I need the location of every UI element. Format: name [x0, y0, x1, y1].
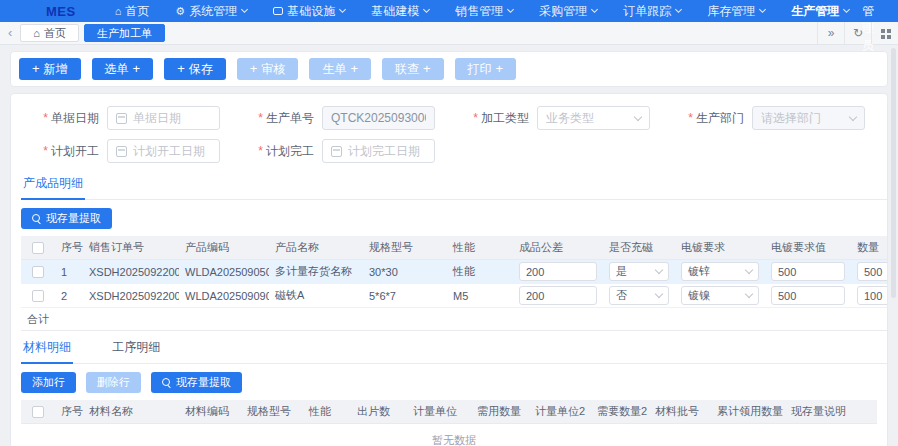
materials-grid: 序号 材料名称 材料编码 规格型号 性能 出片数 计量单位 需用数量 计量单位2…: [21, 400, 887, 446]
print-button[interactable]: 打印+: [455, 58, 517, 80]
chevron-down-icon: [634, 112, 642, 120]
qty-input[interactable]: [857, 262, 887, 281]
field-department: 生产部门 请选择部门: [666, 106, 881, 130]
audit-button[interactable]: +审核: [237, 58, 299, 80]
magnetize-select[interactable]: 否: [609, 286, 669, 305]
plating-value-input[interactable]: [771, 262, 845, 281]
materials-section-tabs: 材料明细 工序明细: [21, 336, 887, 364]
bill-date-label: 单据日期: [21, 110, 99, 127]
department-label: 生产部门: [666, 110, 744, 127]
plus-icon: +: [496, 62, 504, 75]
layout-grid-icon[interactable]: [871, 22, 898, 44]
nav-item-production[interactable]: 生产管理: [791, 3, 849, 20]
page-content: +新增 选单+ +保存 +审核 生单+ 联查+ 打印+ 单据日期 单据日期 生产…: [0, 45, 898, 446]
total-label: 合计: [21, 308, 83, 331]
products-section-header: 产成品明细: [21, 172, 887, 200]
gear-icon: ⚙: [175, 6, 185, 17]
tab-process-detail[interactable]: 工序明细: [110, 336, 162, 362]
linked-query-button[interactable]: 联查+: [382, 58, 444, 80]
chevron-down-icon: [423, 6, 430, 13]
nav-item-inventory[interactable]: 库存管理: [707, 3, 765, 20]
select-all-checkbox[interactable]: [32, 406, 44, 418]
tab-home[interactable]: ⌂ 首页: [20, 24, 79, 42]
process-type-select[interactable]: 业务类型: [537, 106, 650, 130]
materials-extract-stock-button[interactable]: 现存量提取: [151, 372, 242, 393]
row-checkbox[interactable]: [32, 266, 44, 278]
product-row-1[interactable]: 1 XSDH2025092200286 WLDA2025090500019 多计…: [21, 260, 887, 284]
empty-state: 暂无数据: [21, 424, 887, 446]
process-type-label: 加工类型: [451, 110, 529, 127]
plan-end-input[interactable]: 计划完工日期: [322, 139, 435, 163]
order-no-label: 生产单号: [236, 110, 314, 127]
chevron-down-icon: [849, 112, 857, 120]
top-navbar: MES ⌂ 首页 ⚙ 系统管理 基础设施 基础建模 销售管理 采购管理 订单跟踪…: [0, 0, 898, 22]
field-order-no: 生产单号 QTCK2025093000002: [236, 106, 451, 130]
nav-item-modeling[interactable]: 基础建模: [371, 3, 429, 20]
expand-tabs-icon[interactable]: »: [817, 22, 844, 44]
nav-item-system[interactable]: ⚙ 系统管理: [175, 3, 247, 20]
plan-start-input[interactable]: 计划开工日期: [107, 139, 220, 163]
plating-select[interactable]: 镀镍: [681, 286, 759, 305]
row-checkbox[interactable]: [32, 290, 44, 302]
add-button[interactable]: +新增: [19, 58, 81, 80]
plus-icon: +: [423, 62, 431, 75]
refresh-icon[interactable]: ↻: [844, 22, 871, 44]
select-order-button[interactable]: 选单+: [92, 58, 154, 80]
plating-value-input[interactable]: [771, 286, 845, 305]
generate-order-button[interactable]: 生单+: [309, 58, 371, 80]
materials-toolbar: 添加行 删除行 现存量提取: [21, 372, 887, 393]
plus-icon: +: [133, 62, 141, 75]
products-toolbar: 现存量提取: [21, 208, 887, 229]
home-icon: ⌂: [33, 27, 40, 39]
products-section-title: 产成品明细: [21, 172, 85, 200]
tab-production-order[interactable]: 生产加工单: [84, 24, 165, 42]
chevron-down-icon: [507, 6, 514, 13]
tolerance-input[interactable]: [519, 262, 597, 281]
delete-row-button[interactable]: 删除行: [86, 372, 141, 393]
chevron-down-icon: [241, 6, 248, 13]
nav-item-order-tracking[interactable]: 订单跟踪: [623, 3, 681, 20]
nav-item-purchase[interactable]: 采购管理: [539, 3, 597, 20]
search-icon: [32, 214, 42, 224]
bill-date-input[interactable]: 单据日期: [107, 106, 220, 130]
tab-material-detail[interactable]: 材料明细: [21, 336, 73, 364]
products-header-row: 序号 销售订单号 产品编码 产品名称 规格型号 性能 成品公差 是否充磁 电镀要…: [21, 236, 887, 260]
select-all-checkbox[interactable]: [32, 242, 44, 254]
form-row-2: 计划开工 计划开工日期 计划完工 计划完工日期: [21, 139, 881, 163]
plan-start-label: 计划开工: [21, 143, 99, 160]
products-extract-stock-button[interactable]: 现存量提取: [21, 208, 112, 229]
order-form-panel: 单据日期 单据日期 生产单号 QTCK2025093000002 加工类型 业务…: [10, 93, 888, 446]
back-chevron-icon[interactable]: ‹: [8, 25, 12, 40]
tolerance-input[interactable]: [519, 286, 597, 305]
plan-end-label: 计划完工: [236, 143, 314, 160]
chevron-down-icon: [843, 6, 850, 13]
chat-icon: [273, 7, 283, 15]
plus-icon: +: [177, 62, 185, 75]
magnetize-select[interactable]: 是: [609, 262, 669, 281]
nav-item-sales[interactable]: 销售管理: [455, 3, 513, 20]
plus-icon: +: [32, 62, 40, 75]
chevron-down-icon: [759, 6, 766, 13]
chevron-down-icon: [655, 290, 663, 298]
products-grid: 序号 销售订单号 产品编码 产品名称 规格型号 性能 成品公差 是否充磁 电镀要…: [21, 236, 887, 331]
nav-item-home[interactable]: ⌂ 首页: [115, 3, 150, 20]
plus-icon: +: [250, 62, 258, 75]
department-select[interactable]: 请选择部门: [752, 106, 865, 130]
save-button[interactable]: +保存: [164, 58, 226, 80]
materials-header-row: 序号 材料名称 材料编码 规格型号 性能 出片数 计量单位 需用数量 计量单位2…: [21, 400, 877, 424]
order-no-input: QTCK2025093000002: [322, 106, 435, 130]
chevron-down-icon: [745, 290, 753, 298]
app-logo: MES: [46, 4, 76, 19]
chevron-down-icon: [675, 6, 682, 13]
field-plan-end: 计划完工 计划完工日期: [236, 139, 451, 163]
nav-item-infrastructure[interactable]: 基础设施: [273, 3, 345, 20]
add-row-button[interactable]: 添加行: [21, 372, 76, 393]
home-icon: ⌂: [115, 6, 122, 17]
qty-input[interactable]: [857, 286, 887, 305]
plating-select[interactable]: 镀锌: [681, 262, 759, 281]
vertical-scrollbar[interactable]: [891, 48, 896, 298]
tab-bar: ‹ ⌂ 首页 生产加工单 » ↻: [0, 22, 898, 45]
product-row-2[interactable]: 2 XSDH2025092200286 WLDA2025090900023 磁铁…: [21, 284, 887, 308]
field-process-type: 加工类型 业务类型: [451, 106, 666, 130]
chevron-down-icon: [745, 266, 753, 274]
